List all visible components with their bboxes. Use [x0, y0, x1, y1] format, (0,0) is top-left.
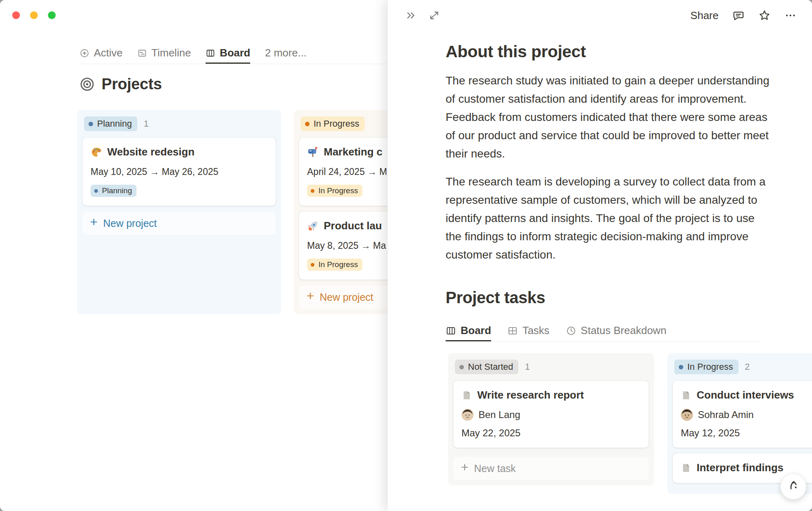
- new-project-label: New project: [320, 291, 373, 303]
- side-peek-panel: Share About this project The research st…: [388, 0, 812, 511]
- column-name: Planning: [97, 119, 132, 129]
- column-count: 2: [745, 362, 750, 372]
- status-pill-in-progress: In Progress: [301, 116, 365, 131]
- comments-icon[interactable]: [732, 9, 745, 22]
- status-dot: [679, 365, 683, 369]
- new-project-label: New project: [103, 218, 157, 229]
- tasks-tab-label: Tasks: [522, 324, 549, 337]
- rocket-icon: [307, 220, 318, 232]
- page-icon: [461, 390, 472, 401]
- page-icon: [681, 463, 691, 473]
- traffic-lights: [12, 11, 56, 19]
- new-project-button[interactable]: New project: [82, 211, 276, 235]
- notion-ai-button[interactable]: [780, 474, 806, 500]
- card-title: Product lau: [324, 220, 382, 232]
- column-header: In Progress 2: [674, 360, 812, 374]
- card-date: May 22, 2025: [461, 427, 641, 439]
- card-status-pill: In Progress: [307, 185, 362, 197]
- more-options-icon[interactable]: [784, 9, 797, 22]
- panel-body: About this project The research study wa…: [388, 31, 812, 511]
- column-name: In Progress: [687, 362, 733, 372]
- column-not-started: Not Started 1 Write research report: [448, 353, 654, 485]
- tasks-board: Not Started 1 Write research report: [448, 353, 812, 494]
- board-icon: [446, 326, 456, 336]
- project-card-website-redesign[interactable]: Website redesign May 10, 2025 → May 26, …: [82, 138, 276, 206]
- assignee-name: Sohrab Amin: [698, 409, 754, 420]
- mailbox-icon: [307, 147, 318, 158]
- card-status-label: In Progress: [318, 260, 358, 269]
- new-task-label: New task: [474, 463, 516, 474]
- timeline-icon: [137, 48, 147, 58]
- tasks-tab-tasks[interactable]: Tasks: [507, 320, 549, 341]
- card-title: Marketing c: [324, 146, 383, 158]
- column-name: In Progress: [314, 119, 359, 129]
- column-in-progress-tasks: In Progress 2 Conduct interviews: [667, 353, 812, 494]
- page-icon: [681, 390, 691, 401]
- about-paragraph-1: The research study was initiated to gain…: [446, 71, 773, 163]
- card-date: May 12, 2025: [681, 427, 812, 439]
- view-tab-label: Active: [94, 47, 123, 59]
- status-dot: [305, 122, 310, 126]
- view-tab-active[interactable]: Active: [80, 42, 123, 64]
- plus-icon: [305, 291, 315, 303]
- card-status-pill: Planning: [91, 185, 136, 197]
- collapse-panel-icon[interactable]: [405, 10, 417, 21]
- view-tab-board[interactable]: Board: [206, 42, 250, 64]
- assignee-avatar: [461, 409, 474, 421]
- status-dot: [459, 365, 464, 369]
- assignee-avatar: [681, 409, 693, 421]
- status-dot: [94, 189, 98, 193]
- card-dates: May 10, 2025 → May 26, 2025: [91, 166, 268, 177]
- tasks-tab-status-breakdown[interactable]: Status Breakdown: [566, 320, 667, 341]
- card-title: Conduct interviews: [697, 389, 794, 401]
- status-dot: [311, 189, 314, 193]
- notion-window: Active Timeline Board 2 more...: [0, 0, 812, 511]
- view-tab-more[interactable]: 2 more...: [265, 42, 307, 64]
- favorite-star-icon[interactable]: [758, 9, 771, 22]
- tasks-heading: Project tasks: [446, 287, 812, 308]
- tasks-view-tab-bar: Board Tasks Status Breakdown: [446, 320, 762, 342]
- view-tab-timeline[interactable]: Timeline: [137, 42, 191, 64]
- about-paragraph-2: The research team is developing a survey…: [446, 172, 773, 264]
- share-button[interactable]: Share: [691, 9, 719, 22]
- column-planning: Planning 1 Website redesign May 10, 2025…: [77, 110, 281, 314]
- status-dot: [89, 122, 93, 126]
- column-header: Planning 1: [84, 116, 274, 131]
- tasks-tab-board[interactable]: Board: [446, 320, 491, 341]
- ai-face-icon: [786, 479, 800, 494]
- zoom-button[interactable]: [48, 11, 56, 19]
- status-dot: [311, 263, 314, 267]
- task-card-write-research-report[interactable]: Write research report Ben Lang May 22, 2…: [453, 381, 649, 448]
- page-title-row: Projects: [80, 75, 162, 93]
- status-pill-planning: Planning: [84, 116, 137, 131]
- view-tab-label: Board: [220, 47, 250, 59]
- view-tab-bar: Active Timeline Board 2 more...: [80, 42, 392, 64]
- new-task-button[interactable]: New task: [453, 457, 649, 480]
- tasks-tab-label: Status Breakdown: [581, 324, 667, 337]
- card-title: Interpret findings: [697, 461, 784, 474]
- view-tab-label: Timeline: [152, 47, 191, 59]
- view-tab-label: 2 more...: [265, 47, 307, 59]
- close-button[interactable]: [12, 11, 20, 19]
- column-count: 1: [525, 362, 530, 372]
- about-heading: About this project: [446, 41, 812, 62]
- expand-page-icon[interactable]: [429, 10, 440, 21]
- target-icon: [80, 77, 95, 92]
- status-pill-in-progress: In Progress: [674, 360, 738, 374]
- minimize-button[interactable]: [30, 11, 38, 19]
- card-title: Website redesign: [107, 146, 195, 158]
- card-title: Write research report: [477, 389, 584, 401]
- task-card-conduct-interviews[interactable]: Conduct interviews Sohrab Amin May 12, 2…: [673, 381, 812, 448]
- plus-icon: [89, 217, 99, 229]
- table-icon: [507, 326, 518, 336]
- column-count: 1: [144, 119, 149, 129]
- card-status-label: Planning: [102, 186, 132, 195]
- plus-icon: [460, 462, 470, 474]
- active-badge-icon: [80, 48, 89, 58]
- assignee-name: Ben Lang: [479, 409, 520, 420]
- status-pill-not-started: Not Started: [455, 360, 518, 374]
- card-status-pill: In Progress: [307, 259, 362, 271]
- card-status-label: In Progress: [318, 186, 358, 195]
- column-name: Not Started: [468, 362, 513, 372]
- clock-icon: [566, 326, 576, 336]
